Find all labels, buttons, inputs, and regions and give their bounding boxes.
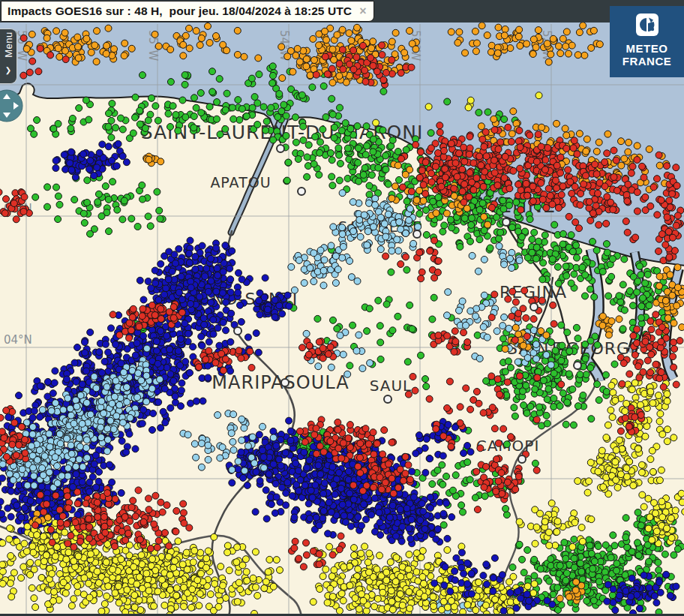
city-label: APATOU [210, 174, 271, 191]
meteo-france-logo: METEO FRANCE [610, 6, 684, 77]
city-marker [298, 188, 305, 195]
city-marker [281, 379, 289, 386]
city-marker [518, 455, 526, 463]
map-svg[interactable]: 56°W55°W54°W53°W52°W05°N04°N SAINT-LAURE… [0, 0, 684, 616]
city-marker [502, 218, 510, 226]
city-marker [413, 230, 421, 238]
close-icon[interactable]: × [359, 5, 366, 17]
city-marker [574, 362, 581, 369]
grid-label: 04°N [4, 333, 32, 347]
meteo-france-logo-icon [636, 14, 658, 36]
city-label: SAUL [370, 377, 412, 395]
city-marker [234, 327, 242, 335]
city-marker [384, 395, 392, 403]
chevron-right-icon: ❯ [5, 66, 11, 74]
city-marker [277, 145, 284, 152]
logo-line-2: FRANCE [622, 55, 672, 68]
pan-control[interactable] [0, 87, 26, 125]
map-title-box: Impacts GOES16 sur : 48 H, pour jeu. 18/… [1, 1, 374, 22]
map-title: Impacts GOES16 sur : 48 H, pour jeu. 18/… [8, 5, 352, 18]
menu-tab-label: Menu [3, 32, 14, 58]
city-marker [530, 303, 538, 311]
app-window: 56°W55°W54°W53°W52°W05°N04°N SAINT-LAURE… [0, 0, 684, 616]
menu-tab[interactable]: Menu ❯ [0, 29, 17, 84]
logo-line-1: METEO [622, 42, 672, 55]
